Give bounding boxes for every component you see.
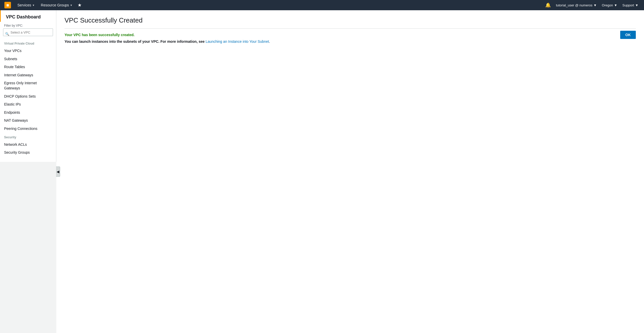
info-text-before: You can launch instances into the subnet… <box>65 39 206 44</box>
filter-label: Filter by VPC: <box>0 22 56 28</box>
launching-instance-link[interactable]: Launching an Instance into Your Subnet <box>206 39 269 44</box>
main-content: VPC Successfully Created Your VPC has be… <box>56 10 644 333</box>
ok-button-wrap: OK <box>620 31 636 39</box>
pin-icon[interactable]: ★ <box>76 0 84 10</box>
ok-button[interactable]: OK <box>620 31 636 39</box>
sidebar-item-network-acls[interactable]: Network ACLs <box>0 141 56 149</box>
sidebar-item-elastic-ips[interactable]: Elastic IPs <box>0 100 56 109</box>
services-chevron-icon: ▼ <box>32 4 35 7</box>
app-body: VPC Dashboard Filter by VPC: 🔍 Virtual P… <box>0 10 644 333</box>
filter-input-wrap: 🔍 <box>0 28 56 39</box>
vpc-filter-input[interactable] <box>3 28 53 36</box>
success-message: Your VPC has been successfully created. <box>65 33 636 37</box>
sidebar-item-egress-only-internet-gateways[interactable]: Egress Only Internet Gateways <box>0 79 56 92</box>
services-nav-item[interactable]: Services ▼ <box>14 0 38 10</box>
user-label: tutorial_user @ numeros <box>556 3 593 7</box>
region-chevron-icon: ▼ <box>614 3 617 7</box>
info-text: You can launch instances into the subnet… <box>65 39 636 44</box>
region-menu[interactable]: Oregon ▼ <box>599 0 620 10</box>
sidebar-item-nat-gateways[interactable]: NAT Gateways <box>0 117 56 125</box>
collapse-arrow-icon: ◀ <box>57 170 59 174</box>
resource-groups-nav-item[interactable]: Resource Groups ▼ <box>38 0 76 10</box>
sidebar-item-your-vpcs[interactable]: Your VPCs <box>0 47 56 55</box>
region-label: Oregon <box>602 3 613 7</box>
user-menu[interactable]: tutorial_user @ numeros ▼ <box>553 0 599 10</box>
sidebar-collapse-handle[interactable]: ◀ <box>56 167 60 177</box>
sidebar: VPC Dashboard Filter by VPC: 🔍 Virtual P… <box>0 10 56 162</box>
sidebar-item-subnets[interactable]: Subnets <box>0 55 56 63</box>
sidebar-item-endpoints[interactable]: Endpoints <box>0 109 56 117</box>
notifications-bell-icon[interactable]: 🔔 <box>543 0 553 10</box>
support-menu[interactable]: Support ▼ <box>620 0 641 10</box>
support-chevron-icon: ▼ <box>635 3 638 7</box>
sidebar-wrapper: VPC Dashboard Filter by VPC: 🔍 Virtual P… <box>0 10 56 333</box>
security-section-label: Security <box>0 133 56 141</box>
user-chevron-icon: ▼ <box>593 3 597 7</box>
resource-groups-chevron-icon: ▼ <box>70 4 72 7</box>
nav-right-section: 🔔 tutorial_user @ numeros ▼ Oregon ▼ Sup… <box>543 0 641 10</box>
sidebar-item-dhcp-options-sets[interactable]: DHCP Options Sets <box>0 92 56 101</box>
services-label: Services <box>17 3 31 7</box>
search-icon: 🔍 <box>5 32 9 36</box>
content-divider <box>65 28 636 29</box>
page-title: VPC Successfully Created <box>65 16 636 24</box>
sidebar-item-peering-connections[interactable]: Peering Connections <box>0 125 56 133</box>
sidebar-title[interactable]: VPC Dashboard <box>0 10 56 22</box>
sidebar-item-route-tables[interactable]: Route Tables <box>0 63 56 71</box>
svg-text:■: ■ <box>6 3 9 8</box>
aws-logo[interactable]: ■ <box>3 1 12 10</box>
top-navigation: ■ Services ▼ Resource Groups ▼ ★ 🔔 tutor… <box>0 0 644 10</box>
support-label: Support <box>622 3 634 7</box>
sidebar-item-internet-gateways[interactable]: Internet Gateways <box>0 71 56 79</box>
resource-groups-label: Resource Groups <box>41 3 69 7</box>
vpc-section-label: Virtual Private Cloud <box>0 39 56 47</box>
info-text-after: . <box>269 39 270 44</box>
sidebar-item-security-groups[interactable]: Security Groups <box>0 149 56 157</box>
